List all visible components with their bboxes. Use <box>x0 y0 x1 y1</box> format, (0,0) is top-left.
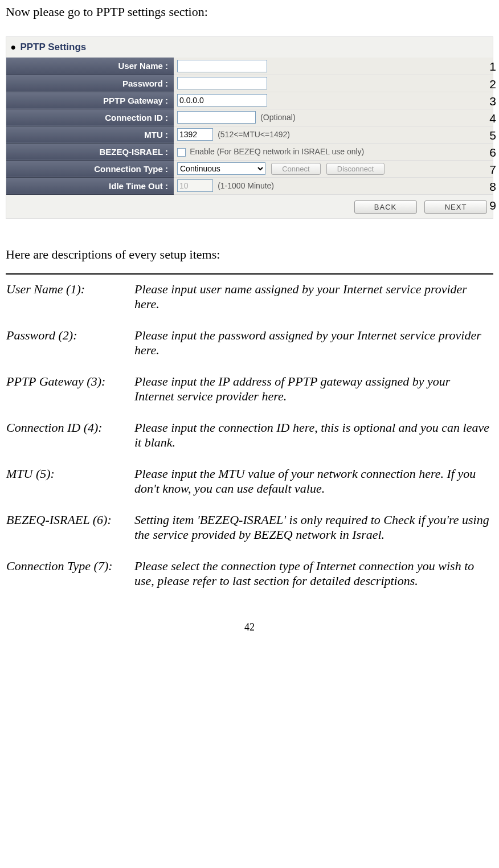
page-number: 42 <box>6 621 493 633</box>
desc-term: PPTP Gateway (3): <box>6 374 134 420</box>
desc-term: Connection ID (4): <box>6 420 134 466</box>
label-idle-timeout: Idle Time Out : <box>6 177 174 194</box>
label-bezeq: BEZEQ-ISRAEL : <box>6 143 174 160</box>
annotation-8: 8 <box>489 180 496 194</box>
mtu-input[interactable] <box>177 128 213 141</box>
annotation-9: 9 <box>489 199 496 212</box>
label-connection-id: Connection ID : <box>6 109 174 126</box>
label-connection-type: Connection Type : <box>6 160 174 177</box>
next-button[interactable]: NEXT <box>424 200 487 214</box>
desc-row: PPTP Gateway (3): Please input the IP ad… <box>6 374 493 420</box>
desc-text: Setting item 'BEZEQ-ISRAEL' is only requ… <box>134 512 493 558</box>
descriptions-heading: Here are descriptions of every setup ite… <box>6 247 493 262</box>
desc-term: Password (2): <box>6 327 134 374</box>
desc-row: User Name (1): Please input user name as… <box>6 281 493 327</box>
annotation-5: 5 <box>489 129 496 142</box>
desc-text: Please input the IP address of PPTP gate… <box>134 374 493 420</box>
desc-row: Password (2): Please input the password … <box>6 327 493 374</box>
back-button[interactable]: BACK <box>354 200 417 214</box>
desc-text: Please input the password assigned by yo… <box>134 327 493 374</box>
password-input[interactable] <box>177 77 267 89</box>
hint-optional: (Optional) <box>260 113 295 122</box>
label-pptp-gateway: PPTP Gateway : <box>6 92 174 109</box>
annotation-4: 4 <box>489 112 496 125</box>
bezeq-checkbox[interactable] <box>177 148 186 157</box>
annotation-6: 6 <box>489 146 496 159</box>
connect-button[interactable]: Connect <box>271 163 320 175</box>
username-input[interactable] <box>177 60 267 72</box>
annotation-3: 3 <box>489 95 496 108</box>
divider-line <box>6 273 493 275</box>
desc-term: Connection Type (7): <box>6 558 134 604</box>
bezeq-checkbox-label: Enable (For BEZEQ network in ISRAEL use … <box>190 147 364 156</box>
hint-idle-range: (1-1000 Minute) <box>218 181 274 190</box>
desc-text: Please input the MTU value of your netwo… <box>134 466 493 512</box>
desc-term: User Name (1): <box>6 281 134 327</box>
connection-id-input[interactable] <box>177 111 256 124</box>
desc-row: BEZEQ-ISRAEL (6): Setting item 'BEZEQ-IS… <box>6 512 493 558</box>
disconnect-button[interactable]: Disconnect <box>326 163 385 175</box>
desc-text: Please select the connection type of Int… <box>134 558 493 604</box>
annotation-2: 2 <box>489 77 496 91</box>
annotation-1: 1 <box>489 60 496 73</box>
pptp-section-title: PPTP Settings <box>6 37 493 58</box>
desc-row: Connection Type (7): Please select the c… <box>6 558 493 604</box>
pptp-settings-screenshot: PPTP Settings User Name : 1 Password : 2… <box>6 36 493 219</box>
desc-term: MTU (5): <box>6 466 134 512</box>
desc-term: BEZEQ-ISRAEL (6): <box>6 512 134 558</box>
desc-text: Please input the connection ID here, thi… <box>134 420 493 466</box>
desc-text: Please input user name assigned by your … <box>134 281 493 327</box>
label-password: Password : <box>6 75 174 92</box>
label-username: User Name : <box>6 58 174 75</box>
pptp-gateway-input[interactable] <box>177 94 267 107</box>
pptp-form-table: User Name : 1 Password : 2 PPTP Gateway … <box>6 58 493 195</box>
hint-mtu-range: (512<=MTU<=1492) <box>218 130 290 139</box>
desc-row: Connection ID (4): Please input the conn… <box>6 420 493 466</box>
idle-timeout-input <box>177 179 213 192</box>
annotation-7: 7 <box>489 163 496 177</box>
intro-text: Now please go to PPTP settings section: <box>6 5 493 19</box>
connection-type-select[interactable]: Continuous <box>177 162 265 175</box>
label-mtu: MTU : <box>6 126 174 143</box>
desc-row: MTU (5): Please input the MTU value of y… <box>6 466 493 512</box>
descriptions-table: User Name (1): Please input user name as… <box>6 281 493 604</box>
